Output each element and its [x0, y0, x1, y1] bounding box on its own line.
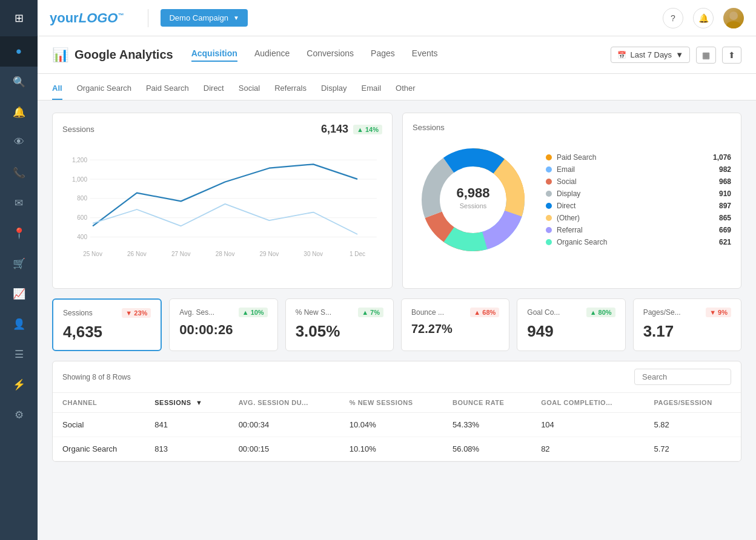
sub-tab-social[interactable]: Social — [239, 84, 260, 100]
help-button[interactable]: ? — [663, 8, 683, 28]
demo-campaign-button[interactable]: Demo Campaign ▼ — [161, 9, 247, 27]
share-icon: ⬆ — [728, 50, 735, 60]
col-sessions[interactable]: SESSIONS ▼ — [145, 393, 228, 413]
cell-goal: 82 — [531, 437, 644, 461]
bell-topbar-icon: 🔔 — [698, 13, 709, 23]
col-goal: GOAL COMPLETIO... — [531, 393, 644, 413]
chevron-down-icon-2: ▼ — [675, 50, 683, 59]
main-content: yourLOGO™ Demo Campaign ▼ ? 🔔 — [38, 0, 756, 540]
col-pages: PAGES/SESSION — [644, 393, 741, 413]
svg-text:1,200: 1,200 — [72, 157, 87, 163]
users-icon: 👤 — [13, 318, 25, 331]
ga-tabs: Acquisition Audience Conversions Pages E… — [191, 48, 611, 62]
table-toolbar: Showing 8 of 8 Rows — [53, 361, 741, 393]
table-search-input[interactable] — [634, 369, 731, 385]
sub-tab-email[interactable]: Email — [362, 84, 382, 100]
last-days-button[interactable]: 📅 Last 7 Days ▼ — [611, 47, 690, 63]
metric-new-header: % New S... ▲ 7% — [296, 308, 383, 317]
topbar-icons: ? 🔔 — [663, 8, 744, 28]
metric-new-sessions[interactable]: % New S... ▲ 7% 3.05% — [285, 298, 394, 351]
reports-icon: 📈 — [13, 288, 25, 300]
tab-audience[interactable]: Audience — [254, 48, 290, 62]
chevron-down-icon: ▼ — [233, 15, 239, 21]
sidebar-item-search[interactable]: 🔍 — [0, 67, 38, 97]
legend-direct: Direct 897 — [546, 200, 731, 212]
col-channel: CHANNEL — [53, 393, 145, 413]
donut-chart-title: Sessions — [413, 123, 445, 132]
sidebar-item-eye[interactable]: 👁 — [0, 127, 38, 157]
sub-tab-organic[interactable]: Organic Search — [77, 84, 131, 100]
sidebar-item-reports[interactable]: 📈 — [0, 278, 38, 309]
sub-tab-display[interactable]: Display — [321, 84, 347, 100]
sub-tab-referrals[interactable]: Referrals — [274, 84, 307, 100]
sidebar-item-users[interactable]: 👤 — [0, 309, 38, 339]
share-button[interactable]: ⬆ — [722, 47, 741, 64]
logo-divider — [148, 9, 148, 27]
logo-brand: LOGO — [79, 10, 118, 25]
col-bounce: BOUNCE RATE — [443, 393, 531, 413]
svg-text:6,988: 6,988 — [456, 185, 489, 200]
legend-paid-search: Paid Search 1,076 — [546, 151, 731, 163]
avatar-image — [723, 8, 744, 28]
metric-new-value: 3.05% — [296, 322, 383, 341]
avatar[interactable] — [723, 8, 744, 28]
metric-sessions[interactable]: Sessions ▼ 23% 4,635 — [52, 298, 162, 351]
sidebar-item-settings[interactable]: ⚙ — [0, 400, 38, 430]
sub-tab-all[interactable]: All — [52, 84, 62, 100]
metric-goal-badge: ▲ 80% — [586, 308, 615, 317]
metric-goal[interactable]: Goal Co... ▲ 80% 949 — [517, 298, 625, 351]
sub-tab-paid[interactable]: Paid Search — [146, 84, 189, 100]
sidebar-item-phone[interactable]: 📞 — [0, 157, 38, 188]
col-new-sessions: % NEW SESSIONS — [340, 393, 443, 413]
svg-text:27 Nov: 27 Nov — [171, 251, 191, 257]
sub-tab-other[interactable]: Other — [396, 84, 416, 100]
sidebar-item-list[interactable]: ☰ — [0, 339, 38, 369]
metric-new-label: % New S... — [296, 308, 331, 317]
cell-bounce: 54.33% — [443, 413, 531, 437]
sidebar-item-integrations[interactable]: ⚡ — [0, 369, 38, 400]
metric-pages[interactable]: Pages/Se... ▼ 9% 3.17 — [633, 298, 741, 351]
svg-text:26 Nov: 26 Nov — [127, 251, 147, 257]
donut-chart-header: Sessions — [413, 123, 731, 132]
cart-icon: 🛒 — [13, 257, 25, 270]
sidebar-home[interactable]: ⊞ — [0, 0, 38, 36]
cell-pages: 5.72 — [644, 437, 741, 461]
cell-new-sessions: 10.04% — [340, 413, 443, 437]
metric-pages-value: 3.17 — [643, 322, 731, 341]
svg-point-1 — [726, 21, 741, 28]
sub-tab-direct[interactable]: Direct — [204, 84, 224, 100]
tab-conversions[interactable]: Conversions — [307, 48, 354, 62]
metric-pages-header: Pages/Se... ▼ 9% — [643, 308, 731, 317]
settings-icon: ⚙ — [15, 409, 24, 421]
metric-sessions-label: Sessions — [63, 309, 93, 317]
last-days-label: Last 7 Days — [630, 50, 672, 59]
svg-text:1,000: 1,000 — [72, 176, 87, 183]
metric-avg-session[interactable]: Avg. Ses... ▲ 10% 00:00:26 — [169, 298, 277, 351]
notifications-button[interactable]: 🔔 — [693, 8, 714, 28]
sidebar-item-location[interactable]: 📍 — [0, 218, 38, 248]
cell-new-sessions: 10.10% — [340, 437, 443, 461]
metric-avg-badge: ▲ 10% — [239, 308, 268, 317]
analytics-icon: ● — [16, 45, 22, 58]
sidebar-item-cart[interactable]: 🛒 — [0, 248, 38, 278]
table-row: Organic Search 813 00:00:15 10.10% 56.08… — [53, 437, 741, 461]
sidebar-item-notifications[interactable]: 🔔 — [0, 97, 38, 127]
legend-social: Social 968 — [546, 176, 731, 188]
sub-tabs: All Organic Search Paid Search Direct So… — [38, 74, 756, 100]
svg-text:28 Nov: 28 Nov — [216, 251, 235, 257]
sidebar-item-analytics[interactable]: ● — [0, 36, 38, 67]
line-chart-badge: ▲ 14% — [353, 125, 382, 134]
tab-events[interactable]: Events — [412, 48, 438, 62]
sidebar-item-email[interactable]: ✉ — [0, 188, 38, 218]
sidebar: ⊞ ● 🔍 🔔 👁 📞 ✉ 📍 🛒 📈 👤 ☰ ⚡ ⚙ — [0, 0, 38, 540]
tab-pages[interactable]: Pages — [371, 48, 395, 62]
grid-view-button[interactable]: ▦ — [696, 47, 716, 64]
col-avg-dur: AVG. SESSION DU... — [229, 393, 340, 413]
table-row-count: Showing 8 of 8 Rows — [62, 373, 131, 381]
cell-goal: 104 — [531, 413, 644, 437]
svg-text:Sessions: Sessions — [460, 202, 487, 209]
metric-new-badge: ▲ 7% — [358, 308, 383, 317]
tab-acquisition[interactable]: Acquisition — [191, 48, 237, 62]
cell-avg-dur: 00:00:34 — [229, 413, 340, 437]
metric-bounce[interactable]: Bounce ... ▲ 68% 72.27% — [401, 298, 509, 351]
